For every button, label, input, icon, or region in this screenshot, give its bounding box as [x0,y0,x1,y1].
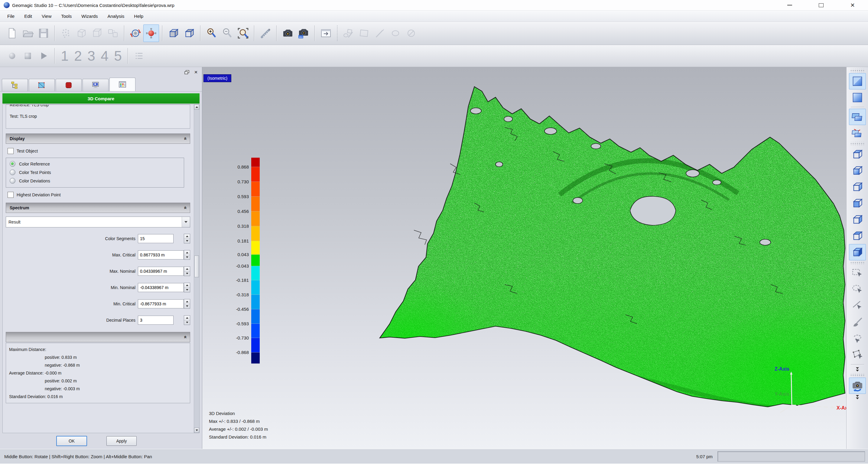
create-rectangle-button[interactable] [356,25,372,42]
view-bottom-button[interactable] [849,228,866,244]
bounding-box-button[interactable] [90,25,105,42]
dropdown-button[interactable] [182,217,190,227]
zoom-out-button[interactable] [219,25,235,42]
select-ellipse-button[interactable] [849,281,866,298]
save-button[interactable] [36,25,52,42]
create-primitives-button[interactable] [340,25,356,42]
stage-button-1[interactable]: 1 [58,48,71,64]
select-center-button[interactable] [143,25,159,42]
zoom-window-button[interactable] [235,25,251,42]
spinner-max-nominal[interactable] [184,266,190,276]
datum-display-button[interactable] [849,109,866,125]
scroll-down-button[interactable] [194,428,199,433]
capture-annotated-image-button[interactable]: abc [296,25,311,42]
tab-primitives[interactable] [56,79,82,91]
field-input-decimal-places[interactable] [138,316,174,325]
spinner-max-critical[interactable] [184,250,190,260]
spin-down-button[interactable] [184,304,190,309]
menu-analysis[interactable]: Analysis [102,12,129,20]
spinner-color-segments[interactable] [184,234,190,243]
stage-play-button[interactable] [36,47,52,65]
spin-up-button[interactable] [184,316,190,320]
highest-deviation-checkbox[interactable] [7,192,13,198]
spin-up-button[interactable] [184,250,190,255]
select-polygon-button[interactable] [849,347,866,363]
spin-down-button[interactable] [184,239,190,243]
field-input-min-critical[interactable] [138,299,184,308]
open-file-button[interactable] [20,25,36,42]
stage-stop-button[interactable] [20,47,36,65]
tab-system[interactable] [83,79,108,91]
stage-list-button[interactable] [131,47,147,65]
tab-display[interactable] [29,79,55,91]
toolbar-overflow-button[interactable] [856,367,859,372]
stage-button-5[interactable]: 5 [111,48,125,64]
orbit-rotate-button[interactable] [128,25,143,42]
panel-float-button[interactable] [183,69,190,75]
new-file-button[interactable] [4,25,20,42]
mesh-canvas[interactable]: Z-Axis Y-Axis X-Axis [202,73,846,449]
menu-wizards[interactable]: Wizards [76,12,102,20]
spin-up-button[interactable] [184,299,190,304]
spin-down-button[interactable] [184,288,190,292]
statistics-section-header[interactable] [6,332,190,342]
shade-view-button[interactable] [166,25,181,42]
radio-color-reference[interactable] [10,161,16,167]
stage-sphere-button[interactable] [4,47,20,65]
shade-mode-button[interactable] [849,73,866,90]
measure-button[interactable] [257,25,273,42]
view-top-button[interactable] [849,146,866,163]
field-input-color-segments[interactable] [138,234,174,243]
points-display-button[interactable] [58,25,74,42]
create-line-button[interactable] [372,25,388,42]
field-input-max-nominal[interactable] [138,267,184,276]
toolbar-grip[interactable] [851,373,864,377]
spectrum-result-dropdown[interactable]: Result [6,216,190,228]
spin-up-button[interactable] [184,283,190,288]
radio-color-test-points[interactable] [10,169,16,175]
stage-button-4[interactable]: 4 [98,48,111,64]
view-right-button[interactable] [849,179,866,195]
spectrum-section-header[interactable]: Spectrum [6,203,190,213]
panel-close-button[interactable]: × [192,69,199,75]
select-lasso-button[interactable] [849,331,866,347]
panel-scrollbar[interactable] [194,104,199,433]
toolbar-grip[interactable] [851,69,864,72]
restore-view-button[interactable] [849,377,866,394]
spin-down-button[interactable] [184,320,190,325]
view-left-button[interactable] [849,211,866,228]
spin-down-button[interactable] [184,272,190,276]
stage-button-2[interactable]: 2 [71,48,85,64]
ok-button[interactable]: OK [56,436,87,446]
viewport-3d[interactable]: (Isometric) [202,67,846,449]
scroll-up-button[interactable] [194,104,199,110]
select-rectangle-button[interactable] [849,265,866,281]
menu-help[interactable]: Help [129,12,148,20]
wrap-model-button[interactable] [74,25,90,42]
spinner-decimal-places[interactable] [184,315,190,325]
apply-button[interactable]: Apply [106,436,137,446]
toolbar-overflow-button[interactable] [856,395,859,399]
tab-dialog[interactable] [110,78,135,91]
menu-edit[interactable]: Edit [19,12,37,20]
toolbar-grip[interactable] [851,142,864,145]
spin-up-button[interactable] [184,267,190,272]
view-isometric-button[interactable] [849,244,866,260]
toolbar-grip[interactable] [851,261,864,265]
view-back-button[interactable] [849,195,866,211]
scrollbar-thumb[interactable] [194,256,199,277]
select-line-button[interactable] [849,298,866,314]
field-input-max-critical[interactable] [138,250,184,260]
menu-view[interactable]: View [37,12,56,20]
datum-arrows-button[interactable] [849,125,866,141]
no-datum-button[interactable] [403,25,419,42]
stage-button-3[interactable]: 3 [85,48,98,64]
view-front-button[interactable] [849,163,866,179]
test-object-checkbox[interactable] [7,148,13,154]
registration-button[interactable] [105,25,121,42]
spin-up-button[interactable] [184,234,190,239]
capture-image-button[interactable] [280,25,296,42]
minimize-button[interactable] [785,1,794,9]
radio-color-deviations[interactable] [10,178,16,183]
close-button[interactable]: × [848,1,857,9]
